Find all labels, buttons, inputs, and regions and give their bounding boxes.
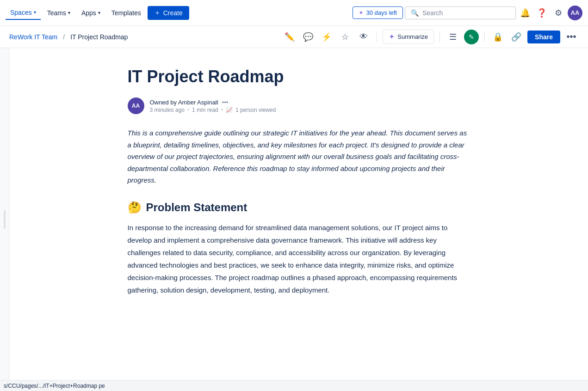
views-count: 1 person viewed [235,107,276,113]
avatar-initials: AA [571,9,580,16]
ai-sparkle-icon: ✦ [389,32,395,41]
apps-label: Apps [81,9,96,17]
share-button[interactable]: Share [527,31,560,43]
section1-emoji: 🤔 [128,201,142,214]
gear-icon: ⚙ [555,8,562,18]
document-title: IT Project Roadmap [128,67,470,86]
share-label: Share [535,33,553,41]
sidebar-handle[interactable] [4,210,6,229]
edit-button[interactable]: ✏️ [282,30,297,44]
comment-icon: 💬 [303,32,313,42]
author-avatar: AA [128,98,144,114]
editor-avatar[interactable]: ✎ [464,30,479,44]
activity-button[interactable]: ⚡ [319,30,334,44]
document-toolbar: ReWork IT Team / IT Project Roadmap ✏️ 💬… [0,26,588,48]
list-icon: ☰ [449,32,457,42]
breadcrumb-current-page: IT Project Roadmap [70,33,128,41]
status-bar: s/CCU/pages/.../IT+Project+Roadmap pe [0,380,588,391]
owner-more-options[interactable]: ••• [222,99,229,106]
sparkle-icon: ✦ [359,9,364,16]
breadcrumb-team[interactable]: ReWork IT Team [9,33,57,41]
author-initials: AA [132,103,140,109]
teams-chevron-icon: ▾ [68,10,70,15]
trial-badge[interactable]: ✦ 30 days left [353,6,403,19]
help-icon: ❓ [537,8,547,18]
document-intro: This is a comprehensive guide outlining … [128,127,470,186]
content-area: IT Project Roadmap AA Owned by Amber Asp… [91,48,507,391]
lock-button[interactable]: 🔒 [490,30,505,44]
read-time: 1 min read [192,107,218,113]
teams-label: Teams [47,9,66,17]
meta-stats: 3 minutes ago • 1 min read • 📈 1 person … [150,107,276,113]
sep2: • [221,107,223,113]
list-button[interactable]: ☰ [446,30,460,44]
star-icon: ☆ [341,32,349,42]
section1-body: In response to the increasing demand for… [128,221,470,296]
owner-info: Owned by Amber Aspinall ••• [150,99,276,106]
spaces-label: Spaces [10,9,32,16]
nav-apps[interactable]: Apps ▾ [77,6,105,19]
main-layout: IT Project Roadmap AA Owned by Amber Asp… [0,48,588,391]
create-plus-icon: ＋ [154,9,161,17]
nav-teams[interactable]: Teams ▾ [43,6,75,19]
nav-spaces[interactable]: Spaces ▾ [6,6,41,20]
status-url: s/CCU/pages/.../IT+Project+Roadmap pe [4,383,105,389]
summarize-label: Summarize [397,33,428,40]
search-box[interactable]: 🔍 Search [405,6,516,19]
create-label: Create [163,9,183,17]
lock-icon: 🔒 [493,32,503,42]
toolbar-divider-3 [484,31,485,43]
search-icon: 🔍 [411,9,419,17]
watch-button[interactable]: 👁 [356,30,371,44]
owner-text: Owned by Amber Aspinall [150,99,218,106]
sidebar [0,48,9,391]
editor-icon: ✎ [469,33,474,41]
search-placeholder: Search [422,9,443,17]
more-options-button[interactable]: ••• [564,30,579,44]
sep1: • [187,107,189,113]
section1-heading: 🤔 Problem Statement [128,201,470,214]
meta-details: Owned by Amber Aspinall ••• 3 minutes ag… [150,99,276,113]
ellipsis-icon: ••• [566,31,576,42]
views-icon: 📈 [226,107,233,113]
star-button[interactable]: ☆ [338,30,353,44]
settings-button[interactable]: ⚙ [551,6,566,20]
help-button[interactable]: ❓ [534,6,549,20]
apps-chevron-icon: ▾ [98,10,100,15]
breadcrumb-separator: / [63,33,65,41]
link-button[interactable]: 🔗 [509,30,524,44]
url-text: s/CCU/pages/.../IT+Project+Roadmap [4,383,97,389]
trial-label: 30 days left [366,9,397,16]
nav-templates[interactable]: Templates [107,6,146,19]
templates-label: Templates [111,9,141,17]
notifications-button[interactable]: 🔔 [518,6,532,20]
lightning-icon: ⚡ [322,32,332,42]
time-ago: 3 minutes ago [150,107,185,113]
link-icon: 🔗 [511,32,521,42]
bell-icon: 🔔 [520,8,530,18]
top-navigation: Spaces ▾ Teams ▾ Apps ▾ Templates ＋ Crea… [0,0,588,26]
create-button[interactable]: ＋ Create [148,6,189,20]
eye-icon: 👁 [359,32,368,42]
user-avatar[interactable]: AA [568,6,582,20]
pencil-icon: ✏️ [285,32,295,42]
toolbar-divider-2 [439,31,440,43]
toolbar-divider [377,31,377,43]
section1-title: Problem Statement [146,201,248,214]
document-metadata: AA Owned by Amber Aspinall ••• 3 minutes… [128,98,470,114]
summarize-button[interactable]: ✦ Summarize [383,30,434,44]
comment-button[interactable]: 💬 [301,30,316,44]
spaces-chevron-icon: ▾ [34,10,36,15]
url-suffix: pe [99,383,105,389]
